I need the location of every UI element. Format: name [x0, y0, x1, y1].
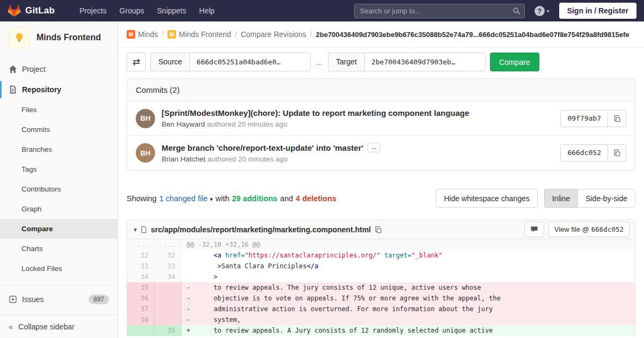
diff-line-number-old[interactable]: 35 [127, 282, 154, 293]
sidebar-item-project[interactable]: Project [0, 59, 118, 79]
diff-file-header: ▾ src/app/modules/report/marketing/marke… [127, 220, 635, 239]
side-by-side-view-button[interactable]: Side-by-side [577, 189, 635, 208]
diff-line-content: - to review appeals. The jury consists o… [181, 282, 635, 293]
collapse-diff-button[interactable]: ▾ [133, 226, 140, 233]
sidebar-item-commits[interactable]: Commits [0, 120, 118, 139]
brand-name: GitLab [25, 5, 55, 16]
diff-line-number-new[interactable]: 35 [154, 325, 181, 336]
copy-commit-sha-button[interactable] [608, 110, 626, 127]
diff-line-number-old[interactable]: ... [127, 239, 154, 250]
sign-in-button[interactable]: Sign in / Register [559, 3, 636, 19]
breadcrumb-link-compare-revisions[interactable]: Compare Revisions [240, 30, 306, 39]
target-dropdown[interactable]: 2be700436409d7903eb… [364, 53, 486, 71]
expand-commit-message-button[interactable]: ... [368, 143, 380, 152]
collapse-sidebar-button[interactable]: « Collapse sidebar [0, 314, 118, 338]
commit-title-link[interactable]: Merge branch 'chore/report-text-update' … [162, 143, 363, 152]
diff-line-number-old[interactable]: 34 [127, 271, 154, 282]
source-label: Source [150, 53, 189, 71]
sidebar-item-tags[interactable]: Tags [0, 159, 118, 179]
diff-line-number-old[interactable]: 33 [127, 261, 154, 271]
navbar-right: ? ▾ Sign in / Register [354, 3, 636, 19]
nav-item-help[interactable]: Help [193, 0, 221, 21]
diff-line-number-new[interactable]: 33 [154, 261, 181, 271]
commit-body: Merge branch 'chore/report-text-update' … [162, 143, 560, 163]
sidebar-item-graph[interactable]: Graph [0, 199, 118, 219]
diff-line-number-new[interactable]: 34 [154, 271, 181, 282]
nav-item-snippets[interactable]: Snippets [151, 0, 193, 21]
comment-icon [530, 225, 538, 233]
diff-summary: Showing 1 changed file ▾ with 29 additio… [127, 189, 635, 208]
diff-line-number-new[interactable] [154, 314, 181, 325]
commit-author-avatar: BH [136, 143, 155, 163]
commit-row: BH[Sprint/ModestMonkey](chore): Update t… [127, 101, 635, 135]
file-path-link[interactable]: src/app/modules/report/marketing/marketi… [151, 225, 371, 234]
nav-item-groups[interactable]: Groups [113, 0, 151, 21]
breadcrumb-link-minds[interactable]: MMinds [127, 30, 158, 39]
top-navbar: GitLab ProjectsGroupsSnippetsHelp ? ▾ Si… [0, 0, 644, 21]
diff-line-number-new[interactable] [154, 304, 181, 314]
changed-files-dropdown[interactable]: 1 changed file ▾ [159, 194, 213, 203]
diff-line-number-old[interactable]: 37 [127, 304, 154, 314]
sidebar-item-charts[interactable]: Charts [0, 239, 118, 259]
diff-line-number-old[interactable]: 32 [127, 250, 154, 261]
commit-title-link[interactable]: [Sprint/ModestMonkey](chore): Update to … [162, 108, 469, 117]
diff-line-number-new[interactable] [154, 282, 181, 293]
diff-line: 35- to review appeals. The jury consists… [127, 282, 635, 293]
sidebar-item-branches[interactable]: Branches [0, 139, 118, 159]
inline-view-button[interactable]: Inline [544, 189, 578, 208]
view-file-button[interactable]: View file @ 666dc052 [548, 222, 630, 237]
copy-commit-sha-button[interactable] [608, 144, 626, 161]
diff-line-number-new[interactable] [154, 293, 181, 304]
code-segment: + to review appeals. A Jury consists of … [187, 327, 493, 334]
diff-line-number-new[interactable]: ... [154, 239, 181, 250]
search-input[interactable] [354, 4, 525, 18]
view-file-sha: 666dc052 [591, 225, 624, 233]
code-segment: >Santa Clara Principles [187, 262, 307, 270]
diff-file-actions: View file @ 666dc052 [524, 222, 630, 237]
breadcrumb-avatar: M [127, 30, 135, 39]
comment-button[interactable] [524, 222, 544, 237]
help-menu-button[interactable]: ? ▾ [535, 6, 550, 16]
issues-icon [9, 295, 17, 304]
commit-author-link[interactable]: Brian Hatchet [162, 155, 206, 163]
breadcrumb-link-minds-frontend[interactable]: MMinds Frontend [167, 30, 231, 39]
hide-whitespace-button[interactable]: Hide whitespace changes [436, 189, 538, 208]
commit-meta: Ben Hayward authored 20 minutes ago [162, 120, 560, 128]
diff-line-number-old[interactable]: 38 [127, 314, 154, 325]
sidebar-item-repository[interactable]: Repository [0, 79, 118, 100]
issues-section: Issues 897 [0, 285, 118, 310]
diff-line-number-old[interactable]: 36 [127, 293, 154, 304]
help-icon: ? [535, 6, 545, 16]
gitlab-home-link[interactable]: GitLab [8, 4, 55, 17]
swap-icon: ⇄ [133, 57, 140, 67]
nav-item-projects[interactable]: Projects [73, 0, 113, 21]
compare-button[interactable]: Compare [490, 53, 539, 71]
breadcrumb-separator: / [162, 30, 164, 39]
sidebar-item-locked-files[interactable]: Locked Files [0, 259, 118, 278]
commit-author-link[interactable]: Ben Hayward [162, 120, 205, 128]
diff-file-panel: ▾ src/app/modules/report/marketing/marke… [127, 219, 635, 336]
issues-count-badge: 897 [89, 295, 109, 304]
changed-files-label: 1 changed file [159, 194, 208, 203]
diff-line-number-new[interactable]: 32 [154, 250, 181, 261]
source-dropdown[interactable]: 666dc05251a04bad6e0… [189, 53, 311, 71]
project-avatar [9, 27, 30, 48]
gitlab-tanuki-icon [8, 4, 21, 17]
sidebar-item-contributors[interactable]: Contributors [0, 179, 118, 199]
commit-sha-group: 09f79ab7 [560, 110, 626, 127]
swap-revisions-button[interactable]: ⇄ [127, 53, 146, 71]
sidebar-item-files[interactable]: Files [0, 100, 118, 120]
code-segment: - system, [187, 316, 241, 324]
chevron-down-icon: ▾ [547, 8, 550, 14]
diff-line-number-old[interactable] [127, 325, 154, 336]
sidebar-item-compare[interactable]: Compare [0, 219, 118, 239]
project-context-link[interactable]: Minds Frontend [0, 21, 118, 55]
code-segment: "https://santaclaraprinciples.org/" [245, 252, 380, 259]
breadcrumb-label: Minds Frontend [179, 30, 231, 39]
clipboard-icon [613, 115, 621, 122]
target-label: Target [328, 53, 364, 71]
sidebar-nav: Project Repository FilesCommitsBranchesT… [0, 55, 118, 310]
commit-meta: Brian Hatchet authored 20 minutes ago [162, 155, 560, 163]
sidebar-item-issues[interactable]: Issues 897 [0, 289, 118, 310]
copy-file-path-button[interactable] [375, 226, 382, 233]
